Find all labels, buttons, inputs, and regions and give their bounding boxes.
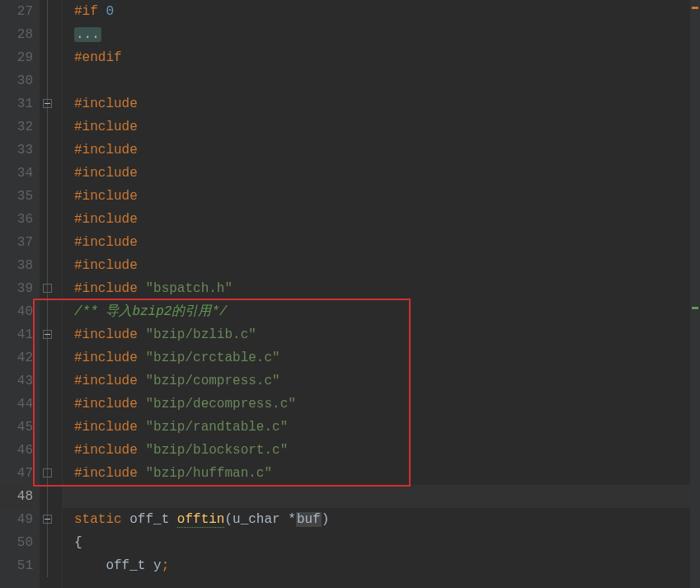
- code-line[interactable]: #include: [74, 185, 700, 208]
- fold-end-icon: [43, 468, 52, 477]
- token: *: [288, 512, 296, 527]
- code-line[interactable]: #include: [74, 115, 700, 139]
- code-line[interactable]: #include: [74, 92, 700, 115]
- line-number: 29: [0, 46, 33, 69]
- code-line[interactable]: off_t y;: [74, 554, 700, 577]
- token: #include: [74, 166, 145, 181]
- token: "bspatch.h": [145, 281, 233, 296]
- code-line[interactable]: #include "bzip/compress.c": [74, 369, 700, 393]
- token: #include: [74, 327, 145, 342]
- code-line[interactable]: #include: [74, 162, 700, 185]
- code-line[interactable]: #include: [74, 208, 700, 231]
- token: #endif: [74, 50, 122, 65]
- code-editor[interactable]: 2728293031323334353637383940414243444546…: [0, 0, 700, 588]
- code-line[interactable]: static off_t offtin(u_char *buf): [74, 508, 700, 531]
- token: #include: [74, 189, 145, 204]
- token: #include: [74, 420, 145, 435]
- token: "bzip/huffman.c": [145, 466, 272, 481]
- token: #include: [74, 374, 145, 388]
- code-line[interactable]: /** 导入bzip2的引用*/: [74, 300, 700, 323]
- line-number: 30: [0, 69, 33, 92]
- token: ...: [74, 27, 101, 42]
- token: #include: [74, 120, 145, 134]
- token: "bzip/crctable.c": [145, 350, 280, 365]
- fold-end-icon: [43, 284, 52, 293]
- token: 0: [106, 4, 114, 19]
- token: off_t: [106, 558, 153, 573]
- code-line[interactable]: {: [74, 531, 700, 554]
- code-line[interactable]: [74, 69, 700, 92]
- code-line[interactable]: #if 0: [74, 0, 700, 23]
- line-number: 27: [0, 0, 33, 23]
- code-line[interactable]: #include: [74, 254, 700, 277]
- token: #include: [74, 143, 145, 158]
- line-number: 44: [0, 393, 33, 416]
- code-area[interactable]: #if 0...#endif#include #include #include…: [63, 0, 700, 588]
- token: "bzip/blocksort.c": [145, 443, 288, 458]
- line-number-gutter: 2728293031323334353637383940414243444546…: [0, 0, 40, 588]
- code-line[interactable]: #include: [74, 231, 700, 254]
- line-number: 43: [0, 369, 33, 393]
- code-line[interactable]: #include "bzip/randtable.c": [74, 416, 700, 439]
- line-number: 47: [0, 462, 33, 485]
- token: (: [224, 512, 233, 527]
- token: #include: [74, 235, 145, 250]
- code-line[interactable]: #include "bzip/bzlib.c": [74, 323, 700, 346]
- line-number: 45: [0, 416, 33, 439]
- token: #include: [74, 443, 145, 458]
- line-number: 46: [0, 439, 33, 462]
- line-number: 34: [0, 162, 33, 185]
- line-number: 49: [0, 508, 33, 531]
- line-number: 36: [0, 208, 33, 231]
- code-line[interactable]: #include: [74, 139, 700, 162]
- line-number: 39: [0, 277, 33, 300]
- line-number: 51: [0, 554, 33, 577]
- code-line[interactable]: #include "bspatch.h": [74, 277, 700, 300]
- code-line[interactable]: #endif: [74, 46, 700, 69]
- token: /** 导入bzip2的引用*/: [74, 304, 228, 319]
- token: #include: [74, 397, 145, 412]
- error-strip-mark[interactable]: [692, 7, 698, 9]
- line-number: 37: [0, 231, 33, 254]
- code-line[interactable]: ...: [74, 23, 700, 46]
- token: #include: [74, 258, 145, 273]
- error-strip-mark[interactable]: [692, 307, 698, 309]
- token: static: [74, 512, 129, 527]
- token: #include: [74, 96, 145, 111]
- fold-collapse-icon[interactable]: [43, 515, 52, 524]
- token: "bzip/decompress.c": [145, 397, 295, 412]
- line-number: 42: [0, 346, 33, 369]
- error-strip[interactable]: [690, 0, 700, 588]
- token: ;: [162, 558, 170, 573]
- token: "bzip/randtable.c": [145, 420, 288, 435]
- token: ): [322, 512, 330, 527]
- token: #include: [74, 281, 145, 296]
- token: {: [74, 535, 82, 550]
- fold-collapse-icon[interactable]: [43, 99, 52, 108]
- line-number: 31: [0, 92, 33, 115]
- token: "bzip/compress.c": [145, 374, 280, 388]
- code-line[interactable]: #include "bzip/huffman.c": [74, 462, 700, 485]
- line-number: 48: [0, 485, 33, 508]
- token: y: [153, 558, 162, 573]
- token: u_char: [233, 512, 288, 527]
- line-number: 33: [0, 139, 33, 162]
- token: #include: [74, 466, 145, 481]
- code-line[interactable]: #include "bzip/blocksort.c": [74, 439, 700, 462]
- token: #include: [74, 350, 145, 365]
- token: offtin: [177, 512, 225, 528]
- fold-column[interactable]: [40, 0, 63, 588]
- code-line[interactable]: [74, 485, 700, 508]
- token: #if: [74, 4, 106, 19]
- code-line[interactable]: #include "bzip/decompress.c": [74, 393, 700, 416]
- line-number: 50: [0, 531, 33, 554]
- token: #include: [74, 212, 145, 227]
- fold-collapse-icon[interactable]: [43, 330, 52, 339]
- code-line[interactable]: #include "bzip/crctable.c": [74, 346, 700, 369]
- token: "bzip/bzlib.c": [145, 327, 256, 342]
- line-number: 40: [0, 300, 33, 323]
- line-number: 32: [0, 115, 33, 139]
- line-number: 35: [0, 185, 33, 208]
- line-number: 28: [0, 23, 33, 46]
- token: off_t: [129, 512, 177, 527]
